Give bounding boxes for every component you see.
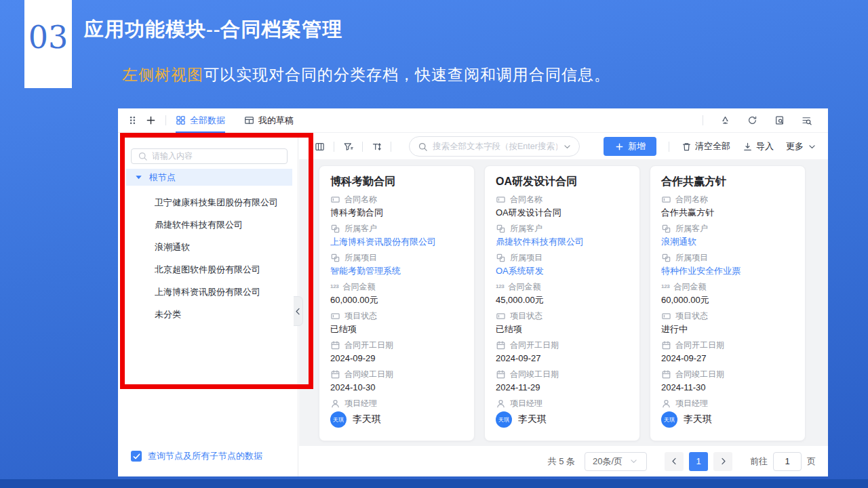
toolbar-right-icons	[703, 115, 812, 125]
field-label: 合同名称	[675, 194, 708, 205]
calendar-icon	[496, 369, 506, 380]
tree-item[interactable]: 浪潮通软	[155, 236, 294, 258]
goto-page-input[interactable]	[773, 452, 802, 471]
clear-all-button[interactable]: 清空全部	[682, 140, 730, 152]
field-value: 2024-10-30	[330, 382, 463, 393]
tree-item[interactable]: 未分类	[155, 303, 294, 325]
tree-search-placeholder: 请输入内容	[152, 150, 193, 162]
app-window: 全部数据 我的草稿 请输入内容 根节点 卫宁健康科技集团股份有限公司 鼎捷软件科…	[118, 108, 828, 476]
field-label: 合同名称	[510, 194, 542, 205]
divider	[334, 142, 334, 152]
bottom-accent-bar	[0, 479, 868, 488]
page-size-select[interactable]: 20条/页	[585, 452, 647, 471]
customer-link[interactable]: 鼎捷软件科技有限公司	[496, 237, 629, 247]
field-value: 2024-11-29	[496, 382, 629, 393]
next-page-button[interactable]	[713, 452, 732, 471]
tree-root-node[interactable]: 根节点	[126, 169, 292, 186]
clear-all-label: 清空全部	[695, 140, 730, 152]
text-field-icon	[330, 311, 340, 321]
tree-items: 卫宁健康科技集团股份有限公司 鼎捷软件科技有限公司 浪潮通软 北京超图软件股份有…	[155, 191, 294, 325]
chevron-down-icon	[629, 456, 639, 466]
calendar-icon	[661, 369, 671, 380]
field-value: 45,000.00元	[496, 295, 629, 306]
field-label: 合同名称	[344, 194, 377, 205]
subtitle-rest: 可以实现对合同的分类存档，快速查阅和调用合同信息。	[203, 66, 610, 83]
tree-panel: 请输入内容 根节点 卫宁健康科技集团股份有限公司 鼎捷软件科技有限公司 浪潮通软…	[118, 134, 298, 476]
trash-icon	[682, 142, 692, 152]
checkbox-checked[interactable]	[131, 451, 142, 462]
field-label: 项目经理	[675, 398, 708, 409]
more-label: 更多	[786, 140, 804, 152]
tree-item[interactable]: 卫宁健康科技集团股份有限公司	[155, 191, 294, 214]
tab-all-data[interactable]: 全部数据	[176, 108, 225, 133]
add-view-button[interactable]	[146, 115, 156, 125]
prev-page-button[interactable]	[665, 452, 684, 471]
field-label: 合同金额	[508, 281, 540, 293]
customer-link[interactable]: 上海博科资讯股份有限公司	[330, 237, 463, 247]
list-search-icon[interactable]	[802, 115, 812, 125]
customer-link[interactable]: 浪潮通软	[661, 237, 794, 247]
filter-bar-actions: 新增 清空全部 导入 更多	[604, 137, 817, 156]
project-link[interactable]: OA系统研发	[496, 266, 629, 277]
text-sort-icon[interactable]	[372, 142, 382, 152]
tree-collapse-handle[interactable]	[294, 296, 303, 326]
card-view-icon[interactable]	[315, 142, 325, 152]
checkbox-label: 查询节点及所有子节点的数据	[148, 450, 262, 462]
tree-search-input[interactable]: 请输入内容	[131, 148, 288, 164]
record-lookup-icon[interactable]	[774, 115, 785, 125]
field-value: 60,000.00元	[330, 295, 463, 306]
field-value: 2024-09-27	[496, 353, 629, 364]
avatar: 天琪	[496, 411, 512, 428]
add-record-button[interactable]: 新增	[604, 137, 656, 156]
tab-label: 全部数据	[190, 115, 225, 127]
project-link[interactable]: 特种作业安全作业票	[661, 266, 794, 277]
field-label: 所属项目	[675, 252, 708, 264]
field-value: OA研发设计合同	[496, 207, 629, 218]
caret-down-icon	[134, 172, 144, 182]
card-title: OA研发设计合同	[496, 174, 629, 189]
field-value: 博科考勤合同	[330, 207, 463, 218]
project-link[interactable]: 智能考勤管理系统	[330, 266, 463, 277]
drag-handle-icon[interactable]	[127, 115, 138, 125]
contract-card[interactable]: OA研发设计合同 合同名称OA研发设计合同 所属客户鼎捷软件科技有限公司 所属项…	[484, 165, 640, 441]
chevron-down-icon[interactable]	[562, 142, 572, 152]
slide-subtitle: 左侧树视图可以实现对合同的分类存档，快速查阅和调用合同信息。	[122, 65, 610, 85]
field-label: 合同竣工日期	[344, 369, 393, 380]
chevron-right-icon	[718, 456, 728, 466]
text-field-icon	[330, 195, 340, 205]
divider	[391, 142, 391, 152]
field-label: 所属客户	[675, 223, 708, 235]
tree-footer-checkbox[interactable]: 查询节点及所有子节点的数据	[131, 450, 262, 462]
contract-card[interactable]: 博科考勤合同 合同名称博科考勤合同 所属客户上海博科资讯股份有限公司 所属项目智…	[319, 165, 475, 441]
recycle-icon[interactable]	[720, 115, 730, 125]
filter-icon[interactable]	[343, 142, 353, 152]
calendar-icon	[330, 369, 340, 380]
field-label: 所属项目	[510, 252, 542, 264]
contract-card[interactable]: 合作共赢方针 合同名称合作共赢方针 所属客户浪潮通软 所属项目特种作业安全作业票…	[650, 165, 806, 441]
number-icon: 123	[496, 284, 504, 289]
more-button[interactable]: 更多	[786, 140, 817, 152]
current-page-button[interactable]: 1	[689, 452, 708, 471]
goto-page: 前往 页	[750, 452, 816, 471]
tree-item[interactable]: 鼎捷软件科技有限公司	[155, 214, 294, 236]
goto-prefix: 前往	[750, 455, 768, 468]
tree-item[interactable]: 北京超图软件股份有限公司	[155, 258, 294, 281]
filter-bar: 搜索全部文本字段（按Enter搜索） 新增 清空全部 导入 更多	[299, 134, 828, 159]
refresh-icon[interactable]	[747, 115, 757, 125]
field-value: 已结项	[330, 324, 463, 335]
field-value: 合作共赢方针	[661, 207, 794, 218]
import-button[interactable]: 导入	[743, 140, 774, 152]
field-value: 已结项	[496, 324, 629, 335]
tree-item[interactable]: 上海博科资讯股份有限公司	[155, 281, 294, 303]
relation-icon	[496, 224, 506, 234]
page-size-value: 20条/页	[593, 455, 623, 468]
total-count: 共 5 条	[548, 455, 575, 468]
import-label: 导入	[756, 140, 774, 152]
card-title: 合作共赢方针	[661, 174, 794, 189]
pager: 1	[665, 452, 732, 471]
view-tabs-bar: 全部数据 我的草稿	[118, 108, 828, 133]
divider	[703, 115, 703, 125]
global-search-input[interactable]: 搜索全部文本字段（按Enter搜索）	[409, 136, 580, 157]
tab-my-drafts[interactable]: 我的草稿	[244, 108, 294, 133]
field-value: 60,000.00元	[661, 295, 794, 306]
